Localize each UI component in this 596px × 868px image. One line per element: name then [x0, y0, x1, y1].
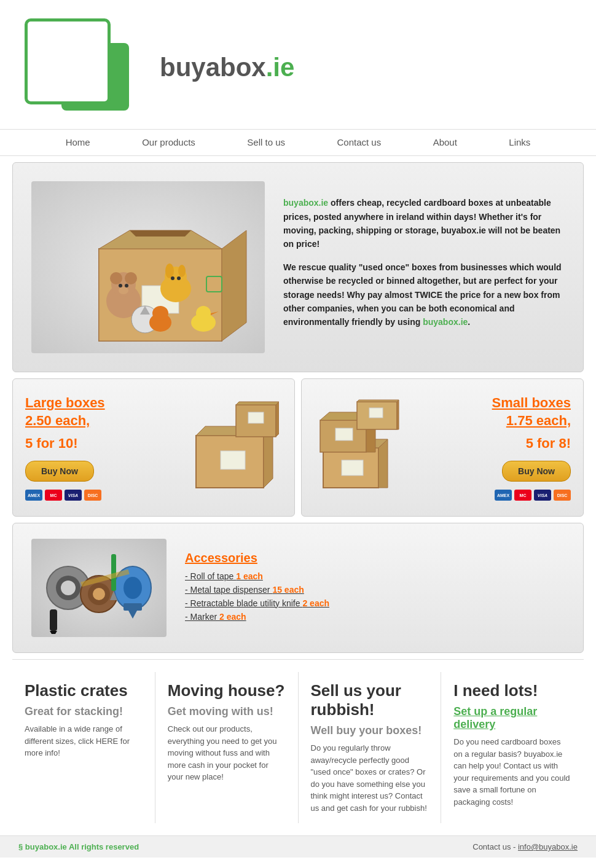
- sell-rubbish-body: Do you regularly throw away/recycle perf…: [311, 742, 429, 814]
- svg-point-21: [152, 306, 168, 321]
- nav-about[interactable]: About: [433, 137, 457, 147]
- accessories-title: Accessories: [185, 551, 565, 565]
- amex-icon-small: AMEX: [495, 490, 512, 501]
- hero-section: buyabox.ie offers cheap, recycled cardbo…: [12, 162, 584, 372]
- sell-rubbish-title: Sell us your rubbish!: [311, 681, 429, 719]
- svg-rect-33: [248, 412, 264, 423]
- small-boxes-title: Small boxes1.75 each,: [422, 394, 571, 429]
- plastic-crates-subtitle: Great for stacking!: [25, 705, 143, 718]
- footer-contact-text: Contact us -: [472, 842, 518, 851]
- hero-illustration: [37, 187, 259, 347]
- svg-point-18: [177, 276, 181, 280]
- footer-brand: buyabox.ie: [25, 842, 67, 851]
- large-box-image: [184, 399, 282, 497]
- logo-icon: [18, 12, 154, 123]
- products-section: Large boxes2.50 each, 5 for 10! Buy Now …: [12, 378, 584, 517]
- svg-point-53: [124, 577, 142, 599]
- svg-marker-31: [276, 402, 279, 437]
- marker-price: 2 each: [219, 612, 246, 622]
- nav-sell[interactable]: Sell to us: [247, 137, 285, 147]
- svg-rect-29: [221, 451, 245, 469]
- hero-para2-suffix: .: [468, 317, 470, 327]
- nav-home[interactable]: Home: [66, 137, 90, 147]
- discover-icon-large: DISC: [84, 490, 101, 501]
- accessories-text: Accessories - Roll of tape 1 each - Meta…: [185, 551, 565, 625]
- nav-contact[interactable]: Contact us: [337, 137, 381, 147]
- svg-rect-56: [111, 554, 116, 591]
- bottom-grid: Plastic crates Great for stacking! Avail…: [12, 659, 584, 823]
- hero-brand-2: buyabox.ie: [423, 317, 468, 327]
- svg-point-11: [119, 284, 122, 287]
- svg-marker-44: [357, 400, 399, 402]
- accessories-section: Accessories - Roll of tape 1 each - Meta…: [12, 523, 584, 653]
- small-boxes-panel: Small boxes1.75 each, 5 for 8! Buy Now A…: [301, 378, 584, 517]
- hero-text: buyabox.ie offers cheap, recycled cardbo…: [283, 196, 565, 338]
- svg-rect-45: [369, 408, 383, 418]
- plastic-crates-col: Plastic crates Great for stacking! Avail…: [12, 672, 155, 823]
- acc-item-marker: - Marker 2 each: [185, 612, 565, 622]
- small-boxes-payment-icons: AMEX MC VISA DISC: [422, 490, 571, 501]
- header: buyabox.ie: [0, 0, 596, 129]
- discover-icon-small: DISC: [554, 490, 571, 501]
- small-box-image: [314, 399, 412, 497]
- svg-point-51: [93, 588, 105, 600]
- moving-house-title: Moving house?: [168, 681, 286, 700]
- large-boxes-payment-icons: AMEX MC VISA DISC: [25, 490, 174, 501]
- i-need-lots-body: Do you need cardboard boxes on a regular…: [453, 736, 571, 808]
- plastic-crates-body: Available in a wide range of different s…: [25, 723, 143, 759]
- accessories-image: [31, 539, 167, 637]
- main-nav: Home Our products Sell to us Contact us …: [0, 129, 596, 156]
- acc-item-tape: - Roll of tape 1 each: [185, 571, 565, 581]
- visa-icon-small: VISA: [534, 490, 551, 501]
- footer-rights: All rights reserved: [67, 842, 139, 851]
- i-need-lots-subtitle: Set up a regular delivery: [453, 705, 571, 731]
- nav-links[interactable]: Links: [509, 137, 530, 147]
- visa-icon-large: VISA: [65, 490, 82, 501]
- sell-rubbish-subtitle: Well buy your boxes!: [311, 724, 429, 737]
- hero-para2: We rescue quality "used once" boxes from…: [283, 260, 565, 329]
- hero-image: [31, 181, 265, 353]
- small-boxes-info: Small boxes1.75 each, 5 for 8! Buy Now A…: [422, 394, 571, 501]
- svg-rect-37: [342, 460, 363, 475]
- svg-rect-54: [124, 603, 142, 611]
- sell-rubbish-col: Sell us your rubbish! Well buy your boxe…: [299, 672, 442, 823]
- footer-right: Contact us - info@buyabox.ie: [472, 842, 578, 851]
- knife-price: 2 each: [302, 598, 329, 608]
- small-boxes-buy-button[interactable]: Buy Now: [502, 461, 571, 482]
- logo-text-domain: .ie: [266, 53, 295, 82]
- svg-point-12: [125, 284, 128, 287]
- moving-house-col: Moving house? Get moving with us! Check …: [155, 672, 299, 823]
- svg-point-15: [165, 264, 174, 278]
- nav-products[interactable]: Our products: [142, 137, 195, 147]
- svg-rect-41: [335, 428, 353, 440]
- large-boxes-info: Large boxes2.50 each, 5 for 10! Buy Now …: [25, 394, 174, 501]
- svg-point-16: [178, 265, 186, 277]
- svg-point-17: [171, 276, 174, 280]
- svg-marker-4: [130, 230, 191, 237]
- large-boxes-promo: 5 for 10!: [25, 436, 174, 452]
- svg-point-9: [125, 272, 137, 284]
- svg-marker-43: [397, 400, 399, 429]
- logo-box-outer: [25, 18, 111, 104]
- acc-item-dispenser: - Metal tape dispenser 15 each: [185, 585, 565, 595]
- svg-point-23: [196, 306, 211, 321]
- amex-icon-large: AMEX: [25, 490, 42, 501]
- svg-point-10: [119, 287, 128, 294]
- tape-price: 1 each: [236, 571, 263, 581]
- logo-text-plain: buyabox: [160, 53, 266, 82]
- small-boxes-promo: 5 for 8!: [422, 436, 571, 452]
- mastercard-icon-large: MC: [45, 490, 62, 501]
- large-boxes-panel: Large boxes2.50 each, 5 for 10! Buy Now …: [12, 378, 295, 517]
- svg-point-8: [110, 272, 122, 284]
- svg-marker-55: [128, 611, 137, 619]
- i-need-lots-title: I need lots!: [453, 681, 571, 700]
- footer-email[interactable]: info@buyabox.ie: [518, 842, 578, 851]
- footer: § buyabox.ie All rights reserved Contact…: [0, 835, 596, 858]
- large-boxes-buy-button[interactable]: Buy Now: [25, 461, 94, 482]
- hero-para1: buyabox.ie offers cheap, recycled cardbo…: [283, 196, 565, 251]
- footer-left: § buyabox.ie All rights reserved: [18, 842, 139, 851]
- svg-marker-32: [236, 402, 279, 405]
- mastercard-icon-small: MC: [514, 490, 531, 501]
- logo-text: buyabox.ie: [160, 53, 294, 82]
- hero-brand-1: buyabox.ie: [283, 198, 328, 208]
